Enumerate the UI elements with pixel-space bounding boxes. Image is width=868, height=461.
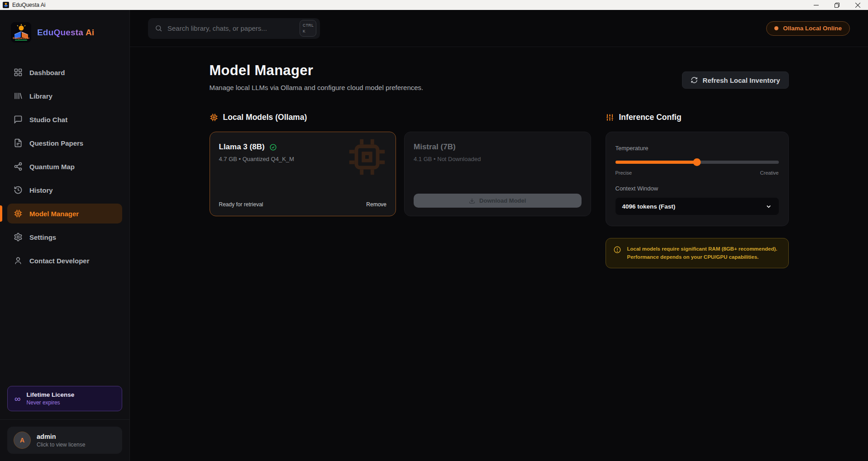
library-bars-icon	[14, 91, 23, 100]
status-label: Ollama Local Online	[783, 25, 842, 32]
sidebar-item-label: Contact Developer	[29, 257, 90, 265]
brand-name: EduQuesta	[37, 28, 83, 37]
dashboard-grid-icon	[14, 68, 23, 77]
license-subtitle: Never expires	[27, 399, 75, 406]
sidebar-item-label: Studio Chat	[29, 116, 67, 124]
sidebar-item-settings[interactable]: Settings	[7, 227, 122, 247]
minimize-button[interactable]	[806, 0, 826, 10]
person-icon	[14, 256, 23, 265]
inference-section-title: Inference Config	[619, 113, 682, 122]
topbar: CTRL K Ollama Local Online	[130, 10, 868, 47]
gear-icon	[14, 233, 23, 242]
search-icon	[155, 24, 162, 32]
inference-config-card: Temperature Precise Creative Context Win…	[606, 132, 789, 226]
user-subtitle: Click to view license	[37, 442, 85, 448]
sidebar-item-label: Settings	[29, 233, 56, 241]
refresh-inventory-button[interactable]: Refresh Local Inventory	[682, 71, 789, 89]
sidebar-item-quantum-map[interactable]: Quantum Map	[7, 157, 122, 176]
sidebar-item-label: Library	[29, 92, 52, 100]
sidebar-item-studio-chat[interactable]: Studio Chat	[7, 109, 122, 129]
model-name: Mistral (7B)	[414, 143, 456, 152]
brand-wordmark: EduQuesta Ai	[37, 28, 94, 38]
minimize-icon	[814, 3, 819, 8]
user-name: admin	[37, 433, 85, 440]
slider-min-label: Precise	[615, 170, 632, 176]
brand-logo: EduQuesta Ai	[11, 22, 31, 43]
brand: EduQuesta Ai EduQuesta Ai	[0, 10, 129, 45]
slider-max-label: Creative	[760, 170, 779, 176]
temperature-fill	[615, 161, 697, 164]
sidebar-footer: A admin Click to view license	[0, 419, 129, 461]
sidebar-item-model-manager[interactable]: Model Manager	[7, 204, 122, 223]
model-status: Ready for retrieval	[219, 201, 263, 208]
restore-button[interactable]	[826, 0, 847, 10]
history-clock-icon	[14, 185, 23, 195]
page-content: Model Manager Manage local LLMs via Olla…	[210, 47, 789, 268]
restore-icon	[835, 3, 839, 8]
refresh-icon	[691, 76, 698, 84]
document-icon	[14, 138, 23, 147]
search-bar[interactable]: CTRL K	[148, 18, 320, 39]
page-title: Model Manager	[210, 62, 424, 79]
chevron-down-icon	[765, 203, 772, 210]
sliders-icon	[606, 113, 614, 122]
context-window-value: 4096 tokens (Fast)	[622, 203, 676, 210]
sidebar-item-question-papers[interactable]: Question Papers	[7, 133, 122, 153]
sidebar-item-label: Dashboard	[29, 69, 65, 76]
alert-circle-icon	[613, 246, 621, 254]
brand-name-accent: Ai	[86, 28, 94, 37]
sidebar-item-contact-developer[interactable]: Contact Developer	[7, 251, 122, 271]
svg-text:EduQuesta Ai: EduQuesta Ai	[13, 37, 29, 39]
chip-icon	[14, 209, 23, 218]
close-icon	[855, 3, 860, 8]
remove-model-button[interactable]: Remove	[366, 201, 386, 208]
share-network-icon	[14, 162, 23, 171]
os-titlebar: EduQuesta Ai	[0, 0, 868, 10]
chip-watermark-icon	[346, 136, 388, 178]
context-window-select[interactable]: 4096 tokens (Fast)	[615, 198, 779, 215]
download-model-button[interactable]: Download Model	[414, 194, 582, 208]
keyboard-shortcut-badge: CTRL K	[300, 20, 316, 37]
license-badge: ∞ Lifetime License Never expires	[7, 386, 122, 411]
context-window-label: Context Window	[615, 185, 779, 192]
shortcut-ctrl: CTRL	[303, 23, 316, 29]
status-dot-icon	[774, 26, 778, 30]
sidebar: EduQuesta Ai EduQuesta Ai Dashboard Libr…	[0, 10, 130, 461]
sidebar-item-label: Quantum Map	[29, 163, 75, 171]
ram-warning-banner: Local models require significant RAM (8G…	[606, 238, 789, 268]
search-input[interactable]	[167, 24, 295, 32]
temperature-thumb[interactable]	[693, 158, 701, 166]
local-models-section-title: Local Models (Ollama)	[223, 113, 307, 122]
avatar: A	[14, 432, 31, 449]
ollama-status-badge[interactable]: Ollama Local Online	[766, 21, 850, 36]
window-title: EduQuesta Ai	[12, 2, 45, 8]
main-area: CTRL K Ollama Local Online Model Manager…	[130, 10, 868, 461]
sidebar-item-label: Question Papers	[29, 139, 83, 147]
user-card[interactable]: A admin Click to view license	[7, 427, 122, 454]
model-name: Llama 3 (8B)	[219, 143, 265, 152]
temperature-slider[interactable]	[615, 158, 779, 166]
chip-icon	[210, 113, 218, 122]
sidebar-item-history[interactable]: History	[7, 180, 122, 200]
close-button[interactable]	[847, 0, 868, 10]
sidebar-item-dashboard[interactable]: Dashboard	[7, 62, 122, 82]
refresh-label: Refresh Local Inventory	[703, 76, 780, 84]
model-card-llama3: Llama 3 (8B) 4.7 GB • Quantized Q4_K_M R…	[210, 132, 396, 216]
temperature-label: Temperature	[615, 145, 779, 152]
download-label: Download Model	[479, 197, 526, 204]
sidebar-nav: Dashboard Library Studio Chat Question P…	[0, 45, 129, 386]
sidebar-item-label: History	[29, 186, 53, 194]
check-circle-icon	[269, 143, 277, 151]
shortcut-k: K	[303, 29, 316, 34]
chat-bubble-icon	[14, 115, 23, 124]
infinity-icon: ∞	[14, 394, 21, 403]
download-icon	[469, 198, 475, 204]
page-subtitle: Manage local LLMs via Ollama and configu…	[210, 84, 424, 91]
sidebar-item-library[interactable]: Library	[7, 86, 122, 106]
app-icon	[3, 2, 9, 8]
model-meta: 4.1 GB • Not Downloaded	[414, 156, 582, 162]
sidebar-item-label: Model Manager	[29, 210, 79, 218]
ram-warning-text: Local models require significant RAM (8G…	[627, 245, 781, 261]
model-card-mistral: Mistral (7B) 4.1 GB • Not Downloaded Dow…	[404, 132, 591, 216]
license-title: Lifetime License	[27, 391, 75, 398]
